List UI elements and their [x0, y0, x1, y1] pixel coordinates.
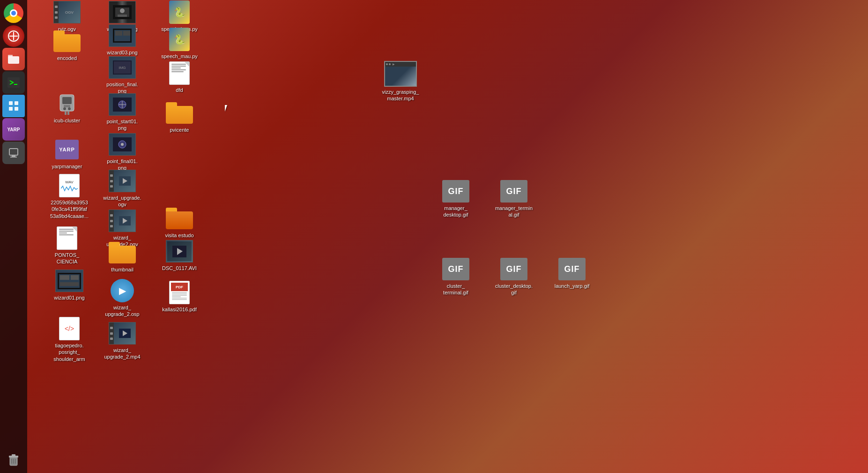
- file-icon-encoded[interactable]: encoded: [46, 29, 88, 62]
- file-icon-manager-desktop-gif[interactable]: GIF manager_ desktop.gif: [435, 179, 477, 219]
- file-label-cluster-desktop-gif: cluster_desktop. gif: [493, 282, 535, 297]
- svg-rect-32: [62, 97, 72, 104]
- svg-rect-11: [9, 149, 18, 155]
- file-label-icub-cluster: icub-cluster: [53, 117, 81, 124]
- file-label-wizard-upgrade-ogv: wizard_upgrade. ogv: [101, 194, 143, 209]
- taskbar-icon-purple[interactable]: YARP: [2, 118, 25, 141]
- svg-text:IMG: IMG: [119, 66, 126, 70]
- desktop: OGV rviz.ogv wizard02.png 🐍 speech_bom.p…: [27, 0, 868, 473]
- svg-rect-37: [67, 111, 69, 115]
- file-icon-wav[interactable]: WAV 22059d68a3953 0fe3ca41ff99faf 53a9bd…: [46, 173, 93, 220]
- file-icon-tiagoepedro[interactable]: </> tiagoepedro. posright_ shoulder_arm: [46, 316, 93, 363]
- file-icon-launch-yarp-gif[interactable]: GIF launch_yarp.gif: [551, 257, 593, 290]
- file-icon-icub-cluster[interactable]: icub-cluster: [46, 91, 88, 124]
- file-label-visita-estudo: visita estudo: [164, 232, 194, 239]
- svg-rect-36: [65, 111, 67, 115]
- taskbar-icon-redapp[interactable]: [3, 25, 24, 47]
- file-label-thumbnail: thumbnail: [110, 266, 134, 273]
- file-icon-point-final01[interactable]: point_final01. png: [101, 132, 143, 172]
- svg-point-33: [63, 107, 66, 110]
- file-icon-point-start01[interactable]: point_start01. png: [101, 92, 143, 132]
- svg-rect-55: [60, 282, 79, 286]
- svg-rect-9: [9, 107, 13, 111]
- taskbar-icon-chrome[interactable]: [2, 2, 25, 24]
- file-label-tiagoepedro: tiagoepedro. posright_ shoulder_arm: [48, 342, 90, 363]
- file-icon-cluster-desktop-gif[interactable]: GIF cluster_desktop. gif: [493, 257, 535, 297]
- file-label-kallasi2016-pdf: kallasi2016.pdf: [161, 306, 197, 313]
- file-label-dfd: dfd: [175, 86, 184, 94]
- svg-rect-12: [12, 155, 15, 157]
- file-icon-wizard-upgrade-2-osp[interactable]: ▶ wizard_ upgrade_2.osp: [101, 278, 143, 318]
- svg-rect-3: [8, 56, 19, 64]
- file-label-pontos-ciencia: PONTOS_ CIENCIA: [46, 251, 88, 266]
- file-label-cluster-terminal-gif: cluster_ terminal.gif: [435, 282, 477, 297]
- svg-rect-35: [64, 105, 70, 107]
- file-icon-speech-mau[interactable]: 🐍 speech_mau.py: [158, 27, 200, 60]
- file-icon-position-final[interactable]: IMG position_final. png: [101, 55, 143, 95]
- file-icon-rviz-ogv[interactable]: OGV rviz.ogv: [46, 0, 88, 33]
- svg-rect-4: [8, 55, 13, 57]
- file-label-manager-desktop-gif: manager_ desktop.gif: [435, 204, 477, 219]
- file-icon-visita-estudo[interactable]: visita estudo: [158, 206, 200, 239]
- file-label-yarpmanager: yarpmanager: [51, 163, 83, 170]
- svg-rect-53: [60, 275, 69, 280]
- svg-point-34: [68, 107, 71, 110]
- svg-rect-13: [10, 157, 17, 158]
- svg-rect-27: [123, 31, 130, 36]
- svg-rect-10: [15, 107, 18, 111]
- file-label-point-start01: point_start01. png: [101, 118, 143, 132]
- file-icon-kallasi2016-pdf[interactable]: PDF kallasi2016.pdf: [158, 280, 200, 313]
- file-label-wizard-upgrade-2-osp: wizard_ upgrade_2.osp: [101, 304, 143, 318]
- svg-rect-26: [115, 31, 122, 36]
- file-label-dsc-0117-avi: DSC_0117.AVI: [161, 264, 198, 272]
- svg-rect-16: [12, 454, 15, 456]
- file-icon-yarpmanager[interactable]: YARP yarpmanager: [46, 137, 88, 170]
- taskbar-trash[interactable]: [2, 449, 25, 471]
- file-icon-cluster-terminal-gif[interactable]: GIF cluster_ terminal.gif: [435, 257, 477, 297]
- taskbar-icon-terminal[interactable]: [2, 71, 25, 94]
- svg-rect-7: [9, 101, 13, 105]
- file-icon-wizard-upgrade-ogv[interactable]: wizard_upgrade. ogv: [101, 169, 143, 209]
- file-icon-pontos-ciencia[interactable]: PONTOS_ CIENCIA: [46, 226, 88, 266]
- file-icon-dfd[interactable]: dfd: [158, 61, 200, 94]
- svg-rect-23: [118, 15, 127, 17]
- file-label-pvicente: pvicente: [169, 126, 190, 134]
- svg-point-44: [121, 143, 124, 146]
- file-icon-thumbnail[interactable]: thumbnail: [101, 240, 143, 273]
- taskbar-icon-filemanager[interactable]: [2, 48, 25, 70]
- file-label-vizzy-grasping: vizzy_grasping_ master.mp4: [379, 88, 422, 103]
- file-icon-manager-terminal-gif[interactable]: GIF manager_terminal.gif: [493, 179, 535, 219]
- file-label-wav: 22059d68a3953 0fe3ca41ff99faf 53a9bd4caa…: [48, 199, 90, 220]
- file-icon-vizzy-grasping[interactable]: ▶ vizzy_grasping_ master.mp4: [377, 60, 424, 103]
- file-label-manager-terminal-gif: manager_terminal.gif: [493, 204, 535, 219]
- taskbar-icon-blue[interactable]: [2, 95, 25, 117]
- file-label-wizard-upgrade-2-mp4: wizard_ upgrade_2.mp4: [101, 346, 143, 361]
- file-label-launch-yarp-gif: launch_yarp.gif: [554, 282, 591, 290]
- svg-rect-8: [15, 101, 18, 105]
- file-icon-pvicente[interactable]: pvicente: [158, 101, 200, 134]
- taskbar: YARP: [0, 0, 27, 473]
- file-label-encoded: encoded: [56, 54, 78, 62]
- file-icon-wizard01[interactable]: wizard01.png: [46, 269, 93, 301]
- svg-rect-54: [71, 275, 79, 280]
- svg-point-22: [120, 8, 125, 13]
- taskbar-icon-darkgray[interactable]: [2, 142, 25, 164]
- file-icon-wizard-upgrade-2-mp4[interactable]: wizard_ upgrade_2.mp4: [101, 321, 143, 361]
- file-label-speech-mau: speech_mau.py: [160, 53, 199, 60]
- file-label-wizard01: wizard01.png: [53, 294, 85, 301]
- file-icon-wizard03[interactable]: wizard03.png: [101, 23, 143, 56]
- file-icon-dsc-0117-avi[interactable]: DSC_0117.AVI: [158, 239, 200, 272]
